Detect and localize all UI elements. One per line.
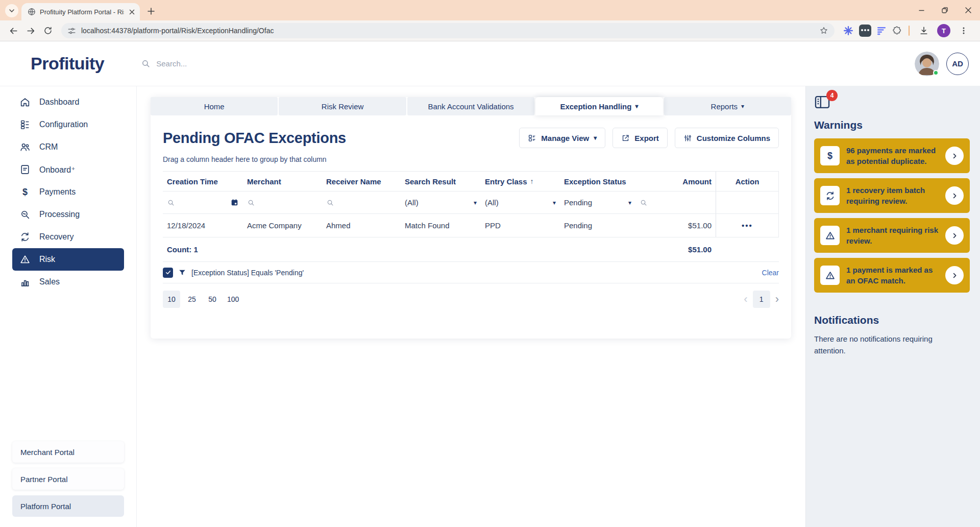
previous-page-icon[interactable]: ‹ — [744, 294, 747, 305]
reload-button[interactable] — [40, 22, 56, 39]
sidebar-item-processing[interactable]: Processing — [12, 203, 124, 226]
back-button[interactable] — [5, 22, 21, 39]
export-button[interactable]: Export — [612, 128, 668, 148]
tab-reports[interactable]: Reports▾ — [664, 97, 791, 115]
forward-arrow-icon — [26, 26, 36, 36]
filter-amount[interactable] — [635, 191, 716, 213]
browser-menu-button[interactable] — [955, 22, 972, 39]
sidebar-item-crm[interactable]: CRM — [12, 136, 124, 158]
extension-starburst-icon[interactable] — [843, 25, 854, 36]
table-summary-row: Count: 1 $51.00 — [163, 237, 779, 262]
home-icon — [19, 97, 31, 108]
sidebar-item-risk[interactable]: Risk — [12, 248, 124, 271]
filter-creation-time[interactable] — [163, 191, 243, 213]
page-size-50[interactable]: 50 — [204, 291, 221, 308]
panel-toggle-button[interactable]: 4 — [814, 94, 831, 111]
table-row[interactable]: 12/18/2024 Acme Company Ahmed Match Foun… — [163, 214, 779, 237]
chevron-right-icon — [951, 152, 959, 160]
tab-search-button[interactable] — [5, 4, 18, 17]
filter-search-result-dropdown[interactable]: (All) ▾ — [401, 191, 481, 213]
user-photo-avatar[interactable] — [915, 52, 939, 76]
downloads-button[interactable] — [916, 22, 932, 39]
site-settings-icon[interactable] — [67, 27, 76, 35]
tab-title: Profituity Platform Portal - Risk — [40, 8, 124, 16]
applied-filter-text[interactable]: [Exception Status] Equals 'Pending' — [191, 269, 304, 277]
sidebar-item-payments[interactable]: $ Payments — [12, 181, 124, 203]
tab-risk-review[interactable]: Risk Review — [279, 97, 406, 115]
open-warning-button[interactable] — [945, 226, 964, 245]
column-header-exception-status[interactable]: Exception Status — [560, 172, 635, 191]
column-header-amount[interactable]: Amount — [635, 172, 716, 191]
warning-card-merchant-risk[interactable]: 1 merchant requiring risk review. — [814, 218, 970, 253]
search-input[interactable] — [156, 59, 325, 68]
tab-label: Bank Account Validations — [428, 102, 513, 111]
filter-receiver-name[interactable] — [322, 191, 401, 213]
sidebar-item-configuration[interactable]: Configuration — [12, 113, 124, 136]
partner-portal-button[interactable]: Partner Portal — [12, 468, 124, 490]
column-header-creation-time[interactable]: Creation Time — [163, 172, 243, 191]
browser-tab[interactable]: Profituity Platform Portal - Risk — [21, 3, 140, 20]
tab-exception-handling[interactable]: Exception Handling▾ — [535, 97, 663, 115]
window-restore-button[interactable] — [933, 0, 957, 20]
open-warning-button[interactable] — [945, 186, 964, 205]
user-initials-avatar[interactable]: AD — [946, 53, 969, 75]
tab-home[interactable]: Home — [151, 97, 278, 115]
tab-close-icon[interactable] — [128, 8, 136, 16]
new-tab-button[interactable] — [144, 4, 158, 18]
sidebar-item-recovery[interactable]: Recovery — [12, 226, 124, 248]
search-icon — [141, 59, 151, 68]
column-header-merchant[interactable]: Merchant — [243, 172, 322, 191]
forward-button[interactable] — [22, 22, 39, 39]
page-size-25[interactable]: 25 — [183, 291, 201, 308]
url-text[interactable]: localhost:44378/platform-portal/Risk/Exc… — [81, 27, 814, 35]
alerts-panel: 4 Warnings $ 96 payments are marked as p… — [805, 86, 980, 527]
warning-card-ofac-match[interactable]: 1 payment is marked as an OFAC match. — [814, 258, 970, 293]
tab-label: Risk Review — [322, 102, 364, 111]
merchant-portal-button[interactable]: Merchant Portal — [12, 441, 124, 463]
extension-bars-icon[interactable] — [876, 26, 887, 36]
clear-filter-link[interactable]: Clear — [762, 269, 779, 277]
sidebar-item-label: Processing — [39, 210, 80, 219]
warning-card-recovery[interactable]: 1 recovery item batch requiring review. — [814, 178, 970, 213]
sidebar-item-onboard[interactable]: Onboard⁺ — [12, 158, 124, 181]
page-size-100[interactable]: 100 — [224, 291, 242, 308]
sidebar-item-sales[interactable]: Sales — [12, 271, 124, 293]
chevron-right-icon — [951, 272, 959, 279]
sidebar-item-label: Payments — [39, 187, 76, 197]
current-page-button[interactable]: 1 — [753, 291, 770, 308]
page-title: Pending OFAC Exceptions — [163, 130, 346, 147]
filter-entry-class-dropdown[interactable]: (All) ▾ — [481, 191, 560, 213]
search-icon — [326, 199, 334, 207]
app-logo[interactable]: Profituity — [31, 54, 104, 74]
global-search[interactable] — [141, 59, 325, 68]
filter-exception-status-dropdown[interactable]: Pending ▾ — [560, 191, 635, 213]
open-warning-button[interactable] — [945, 266, 964, 284]
next-page-icon[interactable]: › — [775, 294, 779, 305]
window-minimize-button[interactable] — [910, 0, 933, 20]
group-by-hint[interactable]: Drag a column header here to group by th… — [151, 155, 791, 171]
open-warning-button[interactable] — [945, 147, 964, 165]
url-bar[interactable]: localhost:44378/platform-portal/Risk/Exc… — [61, 23, 835, 38]
sort-ascending-icon: ↑ — [530, 177, 534, 185]
extension-password-manager-icon[interactable] — [859, 25, 871, 37]
row-actions-button[interactable]: ••• — [742, 221, 753, 230]
extensions-puzzle-icon[interactable] — [892, 26, 902, 36]
warning-card-duplicates[interactable]: $ 96 payments are marked as potential du… — [814, 138, 970, 173]
filter-enabled-checkbox[interactable] — [163, 268, 173, 278]
header-right: AD — [915, 52, 969, 76]
platform-portal-button[interactable]: Platform Portal — [12, 495, 124, 517]
customize-columns-button[interactable]: Customize Columns — [675, 128, 779, 148]
browser-profile-avatar[interactable]: T — [937, 24, 950, 37]
column-header-entry-class[interactable]: Entry Class ↑ — [481, 172, 560, 191]
warning-triangle-icon — [820, 226, 840, 245]
page-size-10[interactable]: 10 — [163, 291, 180, 308]
manage-view-button[interactable]: Manage View ▾ — [519, 128, 605, 148]
tab-bank-account-validations[interactable]: Bank Account Validations — [407, 97, 534, 115]
sidebar-item-dashboard[interactable]: Dashboard — [12, 91, 124, 113]
calendar-icon[interactable] — [230, 198, 239, 207]
filter-merchant[interactable] — [243, 191, 322, 213]
bookmark-star-icon[interactable] — [819, 26, 828, 35]
column-header-search-result[interactable]: Search Result — [401, 172, 481, 191]
window-close-button[interactable] — [957, 0, 980, 20]
column-header-receiver-name[interactable]: Receiver Name — [322, 172, 401, 191]
